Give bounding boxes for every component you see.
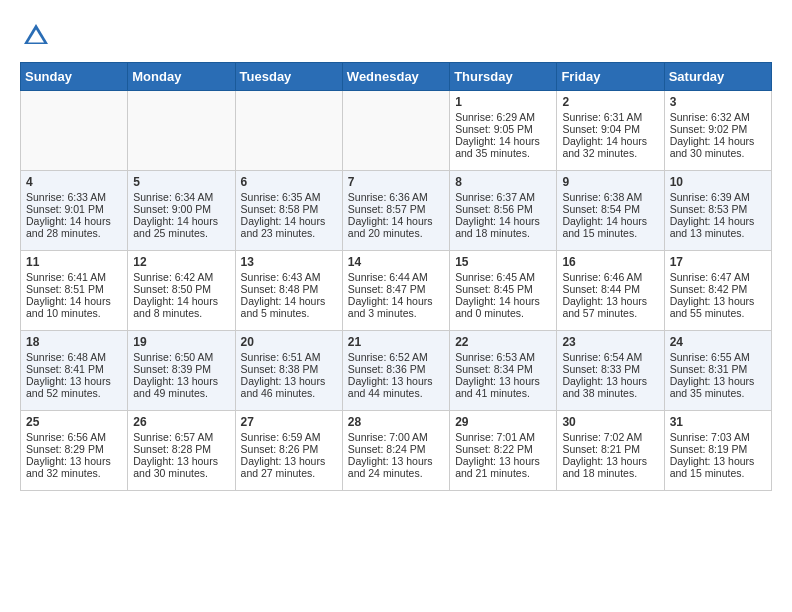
day-info: and 18 minutes.: [562, 467, 658, 479]
day-info: Sunrise: 6:56 AM: [26, 431, 122, 443]
day-info: Sunset: 9:00 PM: [133, 203, 229, 215]
calendar-cell: 26Sunrise: 6:57 AMSunset: 8:28 PMDayligh…: [128, 411, 235, 491]
day-info: Sunrise: 6:33 AM: [26, 191, 122, 203]
day-info: Sunrise: 6:53 AM: [455, 351, 551, 363]
day-info: Sunset: 8:56 PM: [455, 203, 551, 215]
calendar-cell: 11Sunrise: 6:41 AMSunset: 8:51 PMDayligh…: [21, 251, 128, 331]
calendar-cell: 25Sunrise: 6:56 AMSunset: 8:29 PMDayligh…: [21, 411, 128, 491]
calendar-cell: 30Sunrise: 7:02 AMSunset: 8:21 PMDayligh…: [557, 411, 664, 491]
day-info: Sunrise: 6:31 AM: [562, 111, 658, 123]
day-number: 13: [241, 255, 337, 269]
day-info: Sunrise: 6:48 AM: [26, 351, 122, 363]
day-info: Daylight: 14 hours: [670, 135, 766, 147]
calendar-cell: 31Sunrise: 7:03 AMSunset: 8:19 PMDayligh…: [664, 411, 771, 491]
day-number: 28: [348, 415, 444, 429]
day-info: Daylight: 14 hours: [133, 295, 229, 307]
day-info: and 46 minutes.: [241, 387, 337, 399]
day-info: Daylight: 13 hours: [562, 295, 658, 307]
day-number: 12: [133, 255, 229, 269]
day-number: 25: [26, 415, 122, 429]
week-row-1: 1Sunrise: 6:29 AMSunset: 9:05 PMDaylight…: [21, 91, 772, 171]
day-info: Daylight: 13 hours: [133, 375, 229, 387]
calendar-cell: 3Sunrise: 6:32 AMSunset: 9:02 PMDaylight…: [664, 91, 771, 171]
day-info: Daylight: 13 hours: [670, 455, 766, 467]
day-info: Daylight: 14 hours: [670, 215, 766, 227]
day-info: Sunset: 8:47 PM: [348, 283, 444, 295]
day-info: Daylight: 13 hours: [455, 455, 551, 467]
calendar-cell: 4Sunrise: 6:33 AMSunset: 9:01 PMDaylight…: [21, 171, 128, 251]
day-info: Daylight: 13 hours: [562, 455, 658, 467]
calendar-cell: [128, 91, 235, 171]
calendar-cell: 15Sunrise: 6:45 AMSunset: 8:45 PMDayligh…: [450, 251, 557, 331]
calendar-cell: 19Sunrise: 6:50 AMSunset: 8:39 PMDayligh…: [128, 331, 235, 411]
day-info: Sunrise: 6:41 AM: [26, 271, 122, 283]
day-info: Sunrise: 6:43 AM: [241, 271, 337, 283]
day-info: Daylight: 13 hours: [348, 455, 444, 467]
day-info: Sunrise: 7:03 AM: [670, 431, 766, 443]
day-info: Sunrise: 7:00 AM: [348, 431, 444, 443]
day-info: Sunset: 8:21 PM: [562, 443, 658, 455]
day-info: and 30 minutes.: [133, 467, 229, 479]
day-info: Sunset: 9:01 PM: [26, 203, 122, 215]
page-header: [20, 20, 772, 52]
day-info: and 21 minutes.: [455, 467, 551, 479]
day-info: Sunset: 8:24 PM: [348, 443, 444, 455]
day-info: Daylight: 13 hours: [133, 455, 229, 467]
day-number: 29: [455, 415, 551, 429]
day-info: Sunrise: 7:01 AM: [455, 431, 551, 443]
calendar-table: SundayMondayTuesdayWednesdayThursdayFrid…: [20, 62, 772, 491]
day-number: 15: [455, 255, 551, 269]
day-info: Sunset: 8:22 PM: [455, 443, 551, 455]
day-info: and 44 minutes.: [348, 387, 444, 399]
day-info: Sunrise: 6:46 AM: [562, 271, 658, 283]
day-info: Daylight: 13 hours: [670, 295, 766, 307]
day-info: Sunset: 8:38 PM: [241, 363, 337, 375]
day-number: 4: [26, 175, 122, 189]
day-info: Sunrise: 6:38 AM: [562, 191, 658, 203]
day-number: 5: [133, 175, 229, 189]
day-info: Sunset: 8:28 PM: [133, 443, 229, 455]
calendar-header-row: SundayMondayTuesdayWednesdayThursdayFrid…: [21, 63, 772, 91]
day-info: and 15 minutes.: [670, 467, 766, 479]
day-info: Daylight: 14 hours: [241, 295, 337, 307]
calendar-cell: 9Sunrise: 6:38 AMSunset: 8:54 PMDaylight…: [557, 171, 664, 251]
day-info: Sunrise: 6:54 AM: [562, 351, 658, 363]
calendar-cell: 14Sunrise: 6:44 AMSunset: 8:47 PMDayligh…: [342, 251, 449, 331]
calendar-cell: 20Sunrise: 6:51 AMSunset: 8:38 PMDayligh…: [235, 331, 342, 411]
day-number: 7: [348, 175, 444, 189]
day-header-tuesday: Tuesday: [235, 63, 342, 91]
day-info: Sunset: 8:54 PM: [562, 203, 658, 215]
day-info: Daylight: 14 hours: [133, 215, 229, 227]
day-info: and 0 minutes.: [455, 307, 551, 319]
day-info: and 5 minutes.: [241, 307, 337, 319]
day-number: 26: [133, 415, 229, 429]
day-number: 17: [670, 255, 766, 269]
week-row-4: 18Sunrise: 6:48 AMSunset: 8:41 PMDayligh…: [21, 331, 772, 411]
day-info: and 24 minutes.: [348, 467, 444, 479]
day-info: and 20 minutes.: [348, 227, 444, 239]
calendar-cell: 1Sunrise: 6:29 AMSunset: 9:05 PMDaylight…: [450, 91, 557, 171]
day-info: and 28 minutes.: [26, 227, 122, 239]
day-info: and 35 minutes.: [455, 147, 551, 159]
day-number: 30: [562, 415, 658, 429]
calendar-cell: 2Sunrise: 6:31 AMSunset: 9:04 PMDaylight…: [557, 91, 664, 171]
day-info: Sunset: 8:50 PM: [133, 283, 229, 295]
day-info: Sunrise: 6:34 AM: [133, 191, 229, 203]
day-info: Sunrise: 6:35 AM: [241, 191, 337, 203]
day-number: 20: [241, 335, 337, 349]
calendar-cell: 18Sunrise: 6:48 AMSunset: 8:41 PMDayligh…: [21, 331, 128, 411]
day-number: 22: [455, 335, 551, 349]
day-header-thursday: Thursday: [450, 63, 557, 91]
day-info: Sunset: 8:33 PM: [562, 363, 658, 375]
day-info: Sunset: 8:44 PM: [562, 283, 658, 295]
day-info: Sunset: 8:34 PM: [455, 363, 551, 375]
day-number: 2: [562, 95, 658, 109]
calendar-cell: [21, 91, 128, 171]
day-info: Sunset: 9:05 PM: [455, 123, 551, 135]
calendar-cell: 17Sunrise: 6:47 AMSunset: 8:42 PMDayligh…: [664, 251, 771, 331]
day-info: and 32 minutes.: [26, 467, 122, 479]
day-info: Sunset: 8:57 PM: [348, 203, 444, 215]
calendar-cell: 16Sunrise: 6:46 AMSunset: 8:44 PMDayligh…: [557, 251, 664, 331]
day-info: Daylight: 13 hours: [26, 375, 122, 387]
day-number: 11: [26, 255, 122, 269]
